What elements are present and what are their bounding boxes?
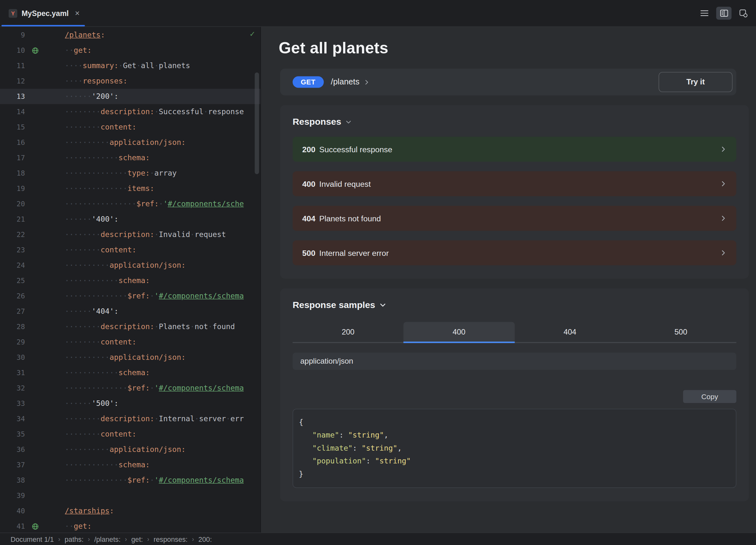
line-number[interactable]: 9 [0,31,25,39]
code-line[interactable]: 13······'200': [0,89,261,104]
line-number[interactable]: 35 [0,430,25,438]
line-number[interactable]: 30 [0,354,25,361]
line-number[interactable]: 11 [0,62,25,70]
line-number[interactable]: 41 [0,523,25,530]
code-line[interactable]: 41··get: [0,519,261,533]
code-line[interactable]: 10··get: [0,43,261,58]
line-number[interactable]: 14 [0,108,25,116]
line-number[interactable]: 25 [0,277,25,285]
try-it-button[interactable]: Try it [659,72,733,92]
code-line[interactable]: 14········description:·Successful·respon… [0,104,261,120]
code-line[interactable]: 39 [0,488,261,503]
breadcrumb-item[interactable]: responses: [154,535,187,543]
line-number[interactable]: 39 [0,492,25,500]
response-row-400[interactable]: 400Invalid request [293,171,736,196]
line-number[interactable]: 23 [0,246,25,254]
line-number[interactable]: 38 [0,477,25,484]
code-line[interactable]: 12····responses: [0,74,261,89]
code-line[interactable]: 30··········application/json: [0,350,261,365]
line-number[interactable]: 17 [0,154,25,162]
response-row-500[interactable]: 500Internal server error [293,241,736,265]
code-line[interactable]: 23········content: [0,242,261,258]
line-number[interactable]: 34 [0,415,25,423]
line-number[interactable]: 10 [0,47,25,54]
line-number[interactable]: 19 [0,185,25,193]
responses-header[interactable]: Responses [293,117,736,127]
code-text: ··········application/json: [65,445,186,454]
line-number[interactable]: 32 [0,384,25,392]
breadcrumb-separator: › [147,535,149,543]
json-sample-code[interactable]: { "name": "string", "climate": "string",… [293,409,736,488]
line-number[interactable]: 37 [0,461,25,469]
copy-button[interactable]: Copy [683,390,736,403]
content-type-bar[interactable]: application/json [293,353,736,370]
code-line[interactable]: 18··············type:·array [0,166,261,181]
line-number[interactable]: 27 [0,308,25,315]
breadcrumb-item[interactable]: get: [131,535,143,543]
code-line[interactable]: 31············schema: [0,365,261,381]
breadcrumb-item[interactable]: paths: [65,535,83,543]
code-line[interactable]: 34········description:·Internal·server·e… [0,411,261,427]
response-row-404[interactable]: 404Planets not found [293,206,736,231]
api-endpoint-icon[interactable] [29,523,41,530]
line-number[interactable]: 28 [0,323,25,331]
breadcrumb-item[interactable]: /planets: [94,535,121,543]
code-line[interactable]: 11····summary:·Get·all·planets [0,58,261,74]
code-line[interactable]: 37············schema: [0,457,261,473]
code-line[interactable]: 35········content: [0,427,261,442]
sample-tab-404[interactable]: 404 [515,322,626,342]
line-number[interactable]: 20 [0,200,25,208]
inspections-ok-icon[interactable]: ✓ [250,30,255,38]
code-line[interactable]: 25············schema: [0,273,261,288]
code-line[interactable]: 26··············$ref:·'#/components/sche… [0,288,261,304]
line-number[interactable]: 31 [0,369,25,377]
response-samples-header[interactable]: Response samples [293,300,736,311]
tab-myspec-yaml[interactable]: Y MySpec.yaml × [0,0,86,27]
yaml-editor[interactable]: 9/planets:✓10··get:11····summary:·Get·al… [0,27,261,533]
line-number[interactable]: 15 [0,123,25,131]
endpoint-bar[interactable]: GET /planets Try it [280,69,736,96]
sample-tab-500[interactable]: 500 [626,322,736,342]
response-code: 500 [302,248,315,257]
editor-preview-layout-icon[interactable] [716,7,732,20]
menu-icon[interactable] [697,7,712,20]
api-endpoint-icon[interactable] [29,47,41,54]
line-number[interactable]: 12 [0,77,25,85]
code-line[interactable]: 24··········application/json: [0,258,261,273]
line-number[interactable]: 22 [0,231,25,239]
line-number[interactable]: 21 [0,216,25,223]
tab-close-icon[interactable]: × [75,9,80,18]
code-line[interactable]: 32··············$ref:·'#/components/sche… [0,381,261,396]
open-in-browser-icon[interactable] [736,7,751,20]
code-line[interactable]: 28········description:·Planets·not·found [0,319,261,335]
editor-scrollbar[interactable] [255,73,259,174]
code-line[interactable]: 21······'400': [0,212,261,227]
code-line[interactable]: 36··········application/json: [0,442,261,457]
code-line[interactable]: 38··············$ref:·'#/components/sche… [0,473,261,488]
line-number[interactable]: 13 [0,93,25,100]
line-number[interactable]: 18 [0,170,25,177]
code-line[interactable]: 15········content: [0,120,261,135]
line-number[interactable]: 24 [0,262,25,269]
sample-tab-400[interactable]: 400 [404,322,515,342]
response-row-200[interactable]: 200Successful response [293,137,736,162]
breadcrumb-item[interactable]: Document 1/1 [11,535,54,543]
line-number[interactable]: 36 [0,446,25,454]
code-line[interactable]: 20················$ref:·'#/components/sc… [0,196,261,212]
code-line[interactable]: 40/starships: [0,503,261,519]
code-line[interactable]: 9/planets:✓ [0,28,261,43]
line-number[interactable]: 29 [0,338,25,346]
code-line[interactable]: 27······'404': [0,304,261,319]
line-number[interactable]: 16 [0,139,25,146]
code-line[interactable]: 22········description:·Invalid·request [0,227,261,242]
code-line[interactable]: 33······'500': [0,396,261,411]
sample-tab-200[interactable]: 200 [293,322,404,342]
line-number[interactable]: 33 [0,400,25,407]
code-line[interactable]: 17············schema: [0,150,261,166]
line-number[interactable]: 40 [0,507,25,515]
line-number[interactable]: 26 [0,292,25,300]
code-line[interactable]: 16··········application/json: [0,135,261,150]
code-line[interactable]: 19··············items: [0,181,261,196]
breadcrumb-item[interactable]: 200: [198,535,212,543]
code-line[interactable]: 29········content: [0,335,261,350]
